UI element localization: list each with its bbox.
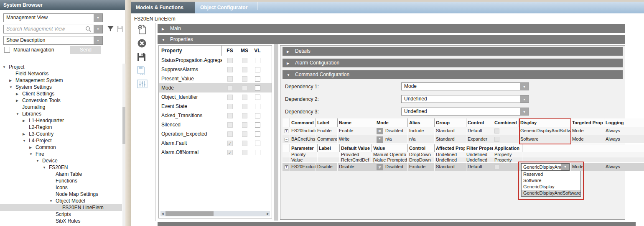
tree-item[interactable]: ▶Conversion Tools	[0, 97, 122, 104]
filter-icon[interactable]	[107, 26, 114, 34]
tree-item[interactable]: Functions	[0, 177, 122, 184]
save-icon[interactable]	[137, 53, 149, 64]
tree-item[interactable]: ▼FS20EN	[0, 164, 122, 171]
property-row[interactable]: Object_Identifier	[159, 92, 272, 102]
tree-scrollbar-thumb[interactable]	[122, 107, 125, 144]
ms-checkbox[interactable]	[242, 58, 247, 63]
property-row[interactable]: Present_Value	[159, 74, 272, 83]
tab-object-configurator[interactable]: Object Configurator	[195, 2, 256, 13]
fs-checkbox[interactable]: ✓	[227, 141, 233, 146]
property-row[interactable]: Operation_Expected	[159, 129, 272, 139]
property-row[interactable]: Alarm.Fault✓	[159, 139, 272, 148]
vl-checkbox[interactable]	[255, 104, 260, 109]
ms-checkbox[interactable]	[242, 67, 247, 72]
expand-icon[interactable]: +	[285, 129, 288, 133]
tree-item[interactable]: ▼Fire	[0, 151, 122, 157]
vl-checkbox[interactable]	[255, 141, 260, 146]
fs-checkbox[interactable]	[227, 131, 233, 137]
command-row[interactable]: +FS20IncludeEnableEnable=DisabledInclude…	[283, 127, 644, 135]
section-main[interactable]: ▶Main	[158, 24, 625, 33]
save-icon[interactable]	[117, 26, 124, 34]
fs-checkbox[interactable]	[227, 122, 233, 128]
chevron-down-icon[interactable]: ▼	[29, 151, 36, 158]
property-row[interactable]: Alarm.OffNormal✓	[159, 148, 272, 157]
parameter-row[interactable]: ValueReferCmdDef[Value PromptedDropDownU…	[283, 157, 644, 163]
chevron-down-icon[interactable]: ▼	[43, 164, 49, 171]
dropdown-option[interactable]: GenericDisplayAndSoftware	[522, 190, 580, 196]
ms-checkbox[interactable]	[242, 76, 247, 82]
splitter[interactable]	[274, 44, 278, 221]
section-alarm-configuration[interactable]: ▶Alarm Configuration	[283, 59, 623, 67]
vl-checkbox[interactable]	[255, 85, 260, 91]
chevron-down-icon[interactable]: ▼	[94, 36, 102, 44]
chevron-down-icon[interactable]: ▼	[94, 25, 102, 33]
send-button[interactable]: Send	[70, 46, 101, 54]
view-selector[interactable]: Management View ▼	[3, 13, 103, 22]
section-properties[interactable]: ▼Properties	[158, 35, 625, 44]
configure-sliders-icon[interactable]	[137, 80, 149, 90]
fs-checkbox[interactable]	[227, 58, 233, 63]
tree-item[interactable]: ▼Libraries	[0, 110, 122, 117]
section-command-configuration[interactable]: ▼Command Configuration	[283, 70, 623, 79]
chevron-right-icon[interactable]: ▶	[16, 98, 22, 104]
new-document-icon[interactable]	[137, 24, 149, 35]
ms-checkbox[interactable]	[242, 150, 247, 155]
search-input[interactable]: Search Management View ▼	[3, 25, 103, 33]
tree-item[interactable]: ▶Client Settings	[0, 90, 122, 97]
tree-item[interactable]: ▶L3-Country	[0, 131, 122, 137]
dropdown-option[interactable]: Software	[522, 177, 580, 184]
chevron-down-icon[interactable]: ▼	[36, 158, 42, 164]
tree-item[interactable]: Scripts	[0, 211, 122, 218]
chevron-down-icon[interactable]: ▼	[94, 14, 102, 22]
tree-item[interactable]: Field Networks	[0, 70, 122, 77]
tab-models-functions[interactable]: Models & Functions	[131, 2, 195, 13]
tree-item[interactable]: ▶L1-Headquarter	[0, 117, 122, 124]
tree-item[interactable]: L2-Region	[0, 124, 122, 131]
command-row[interactable]: −BACnetUnsignCommandWrite*n/an/aStandard…	[283, 135, 644, 144]
tree-item[interactable]: ▶Common	[0, 144, 122, 151]
collapse-icon[interactable]: −	[285, 138, 288, 141]
ms-checkbox[interactable]	[242, 131, 247, 137]
ms-checkbox[interactable]	[242, 113, 247, 118]
chevron-down-icon[interactable]: ▼	[520, 95, 529, 103]
dependency-2-selector[interactable]: Undefined ▼	[401, 95, 529, 103]
horizontal-scrollbar[interactable]: ◀ ▶	[160, 211, 270, 216]
tree-item[interactable]: ▼L4-Project	[0, 137, 122, 144]
fs-checkbox[interactable]: ✓	[227, 150, 233, 155]
cancel-icon[interactable]	[137, 39, 149, 49]
tree-item[interactable]: Icons	[0, 184, 122, 191]
chevron-down-icon[interactable]: ▼	[561, 164, 569, 170]
section-details[interactable]: ▶Details	[283, 47, 623, 56]
mode-operator-button[interactable]: =	[377, 128, 383, 134]
fs-checkbox[interactable]	[227, 104, 233, 109]
vl-checkbox[interactable]	[255, 95, 260, 100]
fs-checkbox[interactable]	[227, 76, 233, 82]
scroll-right-icon[interactable]: ▶	[266, 211, 270, 216]
combined-checkbox[interactable]	[494, 164, 499, 170]
dependency-1-selector[interactable]: Mode ▼	[401, 82, 529, 90]
parameter-row[interactable]: PriorityProvidedManual OperatoDropDownUn…	[283, 152, 644, 157]
vl-checkbox[interactable]	[255, 58, 260, 63]
fs-checkbox[interactable]	[227, 85, 233, 91]
tree-item[interactable]: ▼Object Model	[0, 198, 122, 204]
chevron-down-icon[interactable]: ▼	[23, 138, 29, 144]
tree-item[interactable]: FS20EN LineElem	[0, 204, 122, 211]
chevron-down-icon[interactable]: ▼	[49, 198, 56, 205]
tree-item[interactable]: Journaling	[0, 104, 122, 110]
mode-operator-button[interactable]: ≠	[377, 164, 383, 170]
ms-checkbox[interactable]	[242, 85, 247, 91]
fs-checkbox[interactable]	[227, 67, 233, 72]
mode-operator-button[interactable]: *	[377, 136, 383, 143]
dependency-3-selector[interactable]: Undefined ▼	[401, 108, 529, 116]
vl-checkbox[interactable]	[255, 122, 260, 128]
ms-checkbox[interactable]	[242, 95, 247, 100]
vl-checkbox[interactable]	[255, 76, 260, 82]
chevron-down-icon[interactable]: ▼	[9, 84, 15, 91]
tree-item[interactable]: ▼Project	[0, 64, 122, 70]
property-row[interactable]: SuppressAlarms	[159, 65, 272, 74]
chevron-down-icon[interactable]: ▼	[3, 64, 9, 71]
scroll-left-icon[interactable]: ◀	[160, 211, 165, 216]
combined-checkbox[interactable]	[494, 128, 499, 134]
manual-navigation-checkbox[interactable]	[4, 47, 10, 53]
fs-checkbox[interactable]	[227, 95, 233, 100]
